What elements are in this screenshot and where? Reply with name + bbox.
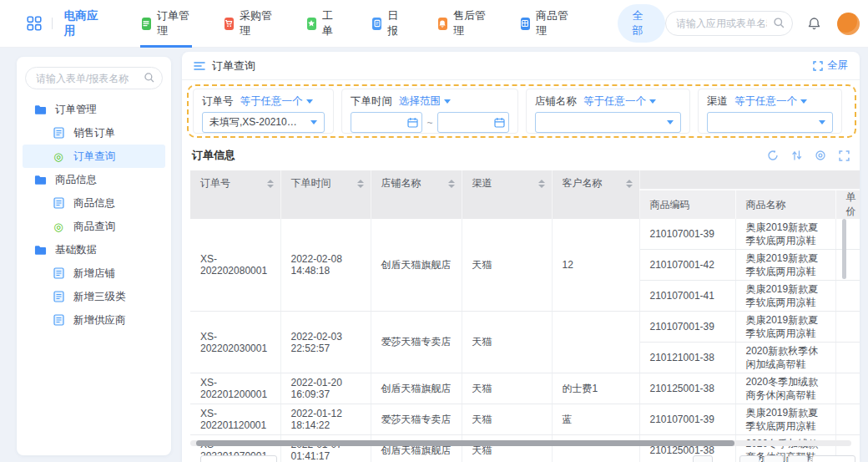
sidebar-item-new-supplier[interactable]: 新增供应商 [17,308,171,332]
filter-channel: 渠道 等于任意一个 [698,89,842,134]
pagination-button[interactable] [693,455,713,462]
horizontal-scrollbar-track[interactable] [190,440,851,446]
column-header-unit-price[interactable]: 单价 [835,190,860,219]
store-name-select[interactable] [535,112,681,133]
column-header-product-name[interactable]: 商品名称 [735,190,835,219]
chevron-down-icon [667,120,674,124]
pagination-button[interactable] [739,455,760,462]
sort-toggle-icon[interactable] [538,180,545,188]
tab-daily-report[interactable]: 日报 [371,0,406,48]
fullscreen-icon[interactable] [839,150,850,161]
fullscreen-icon [813,61,823,71]
calendar-icon[interactable] [407,116,418,131]
column-header-product-code[interactable]: 商品编码 [639,190,735,219]
chevron-down-icon [310,120,317,124]
sort-toggle-icon[interactable] [267,180,274,188]
calendar-icon[interactable] [494,116,505,131]
folder-icon [33,245,47,256]
pagination-button[interactable] [764,455,784,462]
sidebar-item-goods-query[interactable]: ◎ 商品查询 [17,215,171,238]
table-row[interactable]: XS-202202030001 2022-02-03 22:52:57 爱莎天猫… [190,312,860,343]
column-header-order-time[interactable]: 下单时间 [280,170,371,219]
table-row[interactable]: XS-202201200001 2022-01-20 16:09:37 创盾天猫… [190,373,860,404]
sidebar-item-new-category[interactable]: 新增三级类 [17,285,171,308]
sort-toggle-icon[interactable] [448,180,455,188]
table-row[interactable]: XS-202201120001 2022-01-12 18:14:22 爱莎天猫… [190,404,860,435]
column-header-customer[interactable]: 客户名称 [552,170,639,219]
sort-toggle-icon[interactable] [626,180,633,188]
column-header-channel[interactable]: 渠道 [462,170,552,219]
chevron-down-icon [819,120,825,124]
search-icon[interactable] [773,17,785,33]
operator-dropdown[interactable]: 选择范围 [399,94,451,109]
app-window: 电商应用 订单管理 采购管理 工单 [0,0,868,462]
sidebar-item-new-store[interactable]: 新增店铺 [17,261,171,285]
fullscreen-button[interactable]: 全屏 [813,58,848,73]
ticket-tab-icon [307,18,316,30]
chevron-down-icon [444,99,451,104]
chevron-down-icon [800,99,807,104]
search-icon[interactable] [144,72,155,87]
pagination-jump-field[interactable] [812,455,855,462]
column-header-store[interactable]: 店铺名称 [371,170,462,219]
operator-dropdown[interactable]: 等于任意一个 [240,94,313,109]
sidebar-item-goods-info-folder[interactable]: 商品信息 [17,168,171,191]
menu-lines-icon[interactable] [194,61,205,71]
query-icon: ◎ [52,151,65,162]
sidebar-item-order-management-folder[interactable]: 订单管理 [17,98,171,121]
sort-toggle-icon[interactable] [357,180,364,188]
filter-store-name: 店铺名称 等于任意一个 [526,89,690,134]
top-navigation-bar: 电商应用 订单管理 采购管理 工单 [0,0,868,48]
form-icon [52,314,65,326]
global-search [665,11,793,36]
workspace-title[interactable]: 电商应用 [64,8,103,38]
tab-work-order[interactable]: 工单 [305,0,341,48]
refresh-icon[interactable] [767,150,779,161]
form-icon [52,127,65,139]
filter-order-no: 订单号 等于任意一个 未填写,XS-20210107000... [193,89,334,134]
query-icon: ◎ [52,221,65,232]
order-tab-icon [142,18,151,30]
column-header-order-no[interactable]: 订单号 [190,170,280,219]
sort-icon[interactable] [791,150,802,161]
app-grid-icon[interactable] [27,16,42,31]
sidebar-item-sales-order[interactable]: 销售订单 [17,121,171,145]
daily-report-tab-icon [372,18,381,30]
main-panel: 订单查询 全屏 订单号 等于任意一个 未填写,XS-20210107000... [182,52,860,462]
sidebar-item-order-query[interactable]: ◎ 订单查询 [23,145,165,168]
sidebar-item-base-data-folder[interactable]: 基础数据 [17,238,171,261]
sidebar: 订单管理 销售订单 ◎ 订单查询 商品信息 商品信息 ◎ 商品查询 [17,57,171,455]
tab-order-management[interactable]: 订单管理 [140,0,192,48]
all-apps-button[interactable]: 全部 [618,4,665,43]
folder-icon [33,175,47,185]
filter-zone: 订单号 等于任意一个 未填写,XS-20210107000... 下单时间 选择… [187,84,856,138]
date-end-field [437,112,509,133]
operator-dropdown[interactable]: 等于任意一个 [734,94,807,109]
notification-bell-icon[interactable] [807,17,821,31]
tab-purchase-management[interactable]: 采购管理 [223,0,275,48]
folder-icon [33,104,47,115]
sidebar-search-input[interactable] [25,67,163,89]
page-size-select[interactable] [200,455,277,462]
visibility-icon[interactable] [815,150,826,161]
sidebar-item-goods-info[interactable]: 商品信息 [17,191,171,215]
app-tabs: 订单管理 采购管理 工单 日报 [140,0,602,48]
date-start-field [351,112,422,133]
order-no-select[interactable]: 未填写,XS-20210107000... [202,112,325,133]
divider [52,18,53,29]
table-toolbar: 订单信息 [192,145,850,165]
user-avatar[interactable] [837,13,860,35]
tab-aftersale-management[interactable]: 售后管理 [437,0,488,48]
sidebar-search [25,67,163,89]
order-table: 订单号 下单时间 店铺名称 渠道 客户名称 商品编码 商品名称 [190,170,860,462]
form-icon [52,197,65,209]
channel-select[interactable] [707,112,833,133]
table-title: 订单信息 [192,148,235,163]
tab-goods-management[interactable]: 商品管理 [519,0,571,48]
form-icon [52,267,65,279]
operator-dropdown[interactable]: 等于任意一个 [583,94,656,109]
table-row[interactable]: XS-202202080001 2022-02-08 14:48:18 创盾天猫… [190,219,860,250]
pagination-button[interactable] [788,455,808,462]
horizontal-scrollbar-thumb[interactable] [196,440,734,446]
vertical-scrollbar[interactable] [842,219,846,279]
